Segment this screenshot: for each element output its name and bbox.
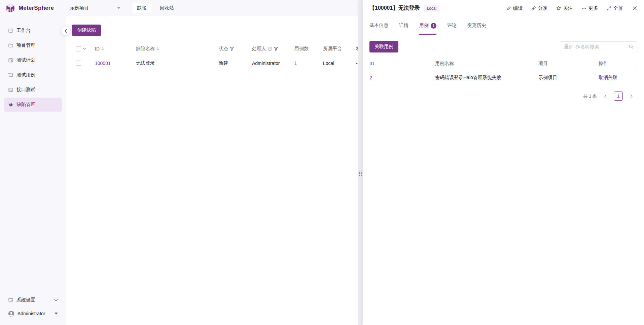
pagination-page-1[interactable]: 1 (614, 92, 623, 101)
pagination-total: 共 1 条 (583, 93, 597, 99)
platform-badge: Local (424, 5, 439, 12)
detail-tabs: 基本信息 详情 用例 1 评论 变更历史 (363, 16, 644, 35)
follow-label: 关注 (563, 5, 573, 11)
sidebar-item-label: 缺陷管理 (16, 102, 35, 108)
filter-status-icon[interactable] (230, 47, 234, 51)
defect-id-link[interactable]: 100001 (95, 61, 111, 66)
test-plan-icon (8, 58, 13, 63)
svg-text:S: S (11, 8, 13, 11)
tab-cases[interactable]: 用例 1 (419, 16, 436, 35)
sidebar: 工作台 项目管理 测试计划 测试用例 (0, 16, 66, 325)
case-count-badge: 1 (431, 23, 436, 29)
sidebar-item-label: 项目管理 (16, 42, 35, 48)
chevron-down-icon (54, 299, 58, 301)
module-tabs: 缺陷 回收站 (133, 3, 178, 13)
create-defect-button[interactable]: 创建缺陷 (72, 25, 101, 36)
sidebar-collapse-button[interactable] (61, 26, 71, 36)
bug-icon (8, 102, 13, 107)
logo-cube-icon: M S (5, 3, 15, 13)
unlink-case-button[interactable]: 取消关联 (599, 75, 617, 81)
svg-text:?: ? (269, 47, 271, 50)
more-button[interactable]: 更多 (581, 5, 598, 11)
column-header-project: 项目 (538, 61, 548, 67)
svg-text:M: M (7, 8, 9, 11)
more-ellipsis-icon (581, 6, 586, 11)
column-header-platform: 所属平台 (323, 46, 342, 52)
defect-detail-title: 【100001】无法登录 (369, 5, 420, 12)
defect-table-row[interactable]: 100001 无法登录 新建 Administrator 1 Local - (72, 55, 358, 71)
sidebar-footer: 系统设置 Administrator (0, 293, 66, 325)
sidebar-item-test-case[interactable]: 测试用例 (4, 68, 62, 82)
pencil-icon (506, 6, 511, 11)
caret-down-icon (55, 313, 58, 315)
tab-basic-info-label: 基本信息 (369, 23, 388, 29)
user-menu[interactable]: Administrator (4, 307, 62, 320)
fullscreen-label: 全屏 (613, 5, 623, 11)
panel-header: 【100001】无法登录 Local 编辑 分享 关注 (363, 0, 644, 16)
fullscreen-button[interactable]: 全屏 (607, 5, 623, 11)
sidebar-item-test-plan[interactable]: 测试计划 (4, 53, 62, 67)
tab-defects[interactable]: 缺陷 (133, 3, 151, 13)
column-header-id: ID (95, 46, 100, 51)
edit-button[interactable]: 编辑 (506, 5, 523, 11)
sort-id-icon[interactable] (101, 47, 104, 50)
tab-details[interactable]: 详情 (399, 16, 408, 35)
column-header-case-id: ID (369, 61, 374, 66)
select-all-checkbox[interactable] (76, 46, 81, 51)
system-settings-label: 系统设置 (16, 297, 35, 303)
filter-handler-icon[interactable] (274, 47, 278, 51)
defect-case-count-link[interactable]: 1 (294, 61, 297, 66)
sidebar-item-project-management[interactable]: 项目管理 (4, 38, 62, 52)
column-header-handler: 处理人 (252, 46, 266, 52)
case-search-input[interactable] (564, 44, 629, 49)
close-panel-button[interactable] (632, 6, 637, 11)
app-logo[interactable]: M S MeterSphere (0, 3, 66, 13)
sidebar-item-defect-management[interactable]: 缺陷管理 (4, 98, 62, 112)
sidebar-item-workbench[interactable]: 工作台 (4, 24, 62, 38)
tab-recycle-bin[interactable]: 回收站 (155, 3, 178, 13)
search-icon[interactable] (629, 44, 634, 49)
column-header-case-name: 用例名称 (435, 61, 454, 67)
fullscreen-icon (607, 6, 611, 11)
link-icon (531, 6, 536, 11)
case-name[interactable]: 密码错误登录Halo管理系统失败 (435, 75, 501, 81)
tab-change-history[interactable]: 变更历史 (467, 16, 486, 35)
tab-comments[interactable]: 评论 (447, 16, 457, 35)
defect-detail-panel: 【100001】无法登录 Local 编辑 分享 关注 (363, 0, 644, 325)
row-checkbox[interactable] (76, 61, 81, 66)
link-case-button[interactable]: 关联用例 (369, 41, 398, 52)
panel-resize-divider (358, 0, 363, 325)
panel-actions: 编辑 分享 关注 更多 (506, 5, 637, 11)
column-header-cases: 用例数 (294, 46, 309, 52)
system-settings[interactable]: 系统设置 (4, 293, 62, 307)
pagination-prev-button[interactable] (601, 92, 609, 100)
sort-name-icon[interactable] (156, 47, 159, 50)
case-id-link[interactable]: 2 (369, 75, 372, 80)
share-button[interactable]: 分享 (531, 5, 547, 11)
sidebar-item-api-test[interactable]: 接口测试 (4, 83, 62, 97)
user-name: Administrator (17, 311, 45, 316)
tab-defects-label: 缺陷 (137, 5, 146, 10)
sidebar-item-label: 接口测试 (16, 87, 35, 93)
tab-cases-label: 用例 (419, 23, 429, 29)
caret-down-icon (117, 7, 120, 9)
topbar: M S MeterSphere 示例项目 缺陷 回收站 (0, 0, 363, 16)
tab-comments-label: 评论 (447, 23, 457, 29)
column-header-status: 状态 (219, 46, 228, 52)
column-header-action: 操作 (599, 61, 608, 67)
project-selector-value: 示例项目 (70, 5, 89, 11)
star-icon (556, 6, 561, 11)
workbench-icon (8, 28, 13, 33)
panel-drag-handle[interactable] (358, 172, 362, 176)
linked-case-row[interactable]: 2 密码错误登录Halo管理系统失败 示例项目 取消关联 (369, 69, 637, 86)
defect-list-page: 创建缺陷 ID 缺陷名称 状态 (66, 16, 358, 325)
follow-button[interactable]: 关注 (556, 5, 573, 11)
edit-label: 编辑 (513, 5, 523, 11)
case-project: 示例项目 (538, 75, 557, 81)
project-selector[interactable]: 示例项目 (70, 5, 120, 11)
defect-name[interactable]: 无法登录 (136, 60, 155, 66)
api-test-icon (8, 87, 13, 93)
tab-basic-info[interactable]: 基本信息 (369, 16, 388, 35)
select-options-chevron-icon[interactable] (83, 48, 86, 50)
pagination-next-button[interactable] (627, 92, 635, 100)
